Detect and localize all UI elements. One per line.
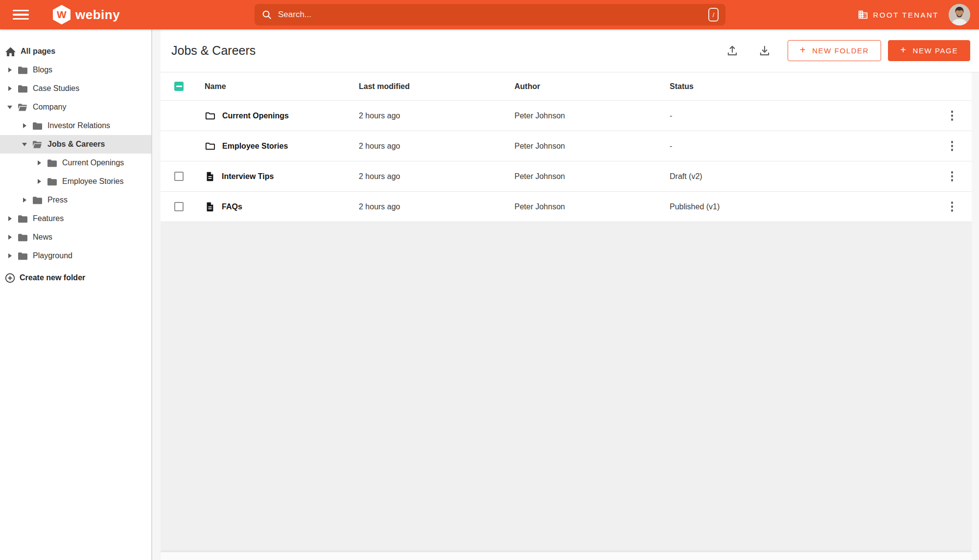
chevron-right-icon[interactable]: [7, 216, 13, 222]
pages-table: Name Last modified Author Status: [161, 72, 972, 222]
list-footer-bar: [161, 552, 972, 560]
row-name: Interview Tips: [222, 172, 274, 181]
row-actions-kebab-icon[interactable]: [948, 199, 956, 215]
folder-open-icon: [18, 103, 27, 112]
tenant-selector[interactable]: ROOT TENANT: [858, 9, 939, 20]
tree-item-employee-stories[interactable]: Employee Stories: [0, 172, 151, 191]
chevron-right-icon[interactable]: [7, 67, 13, 73]
header-actions: + NEW FOLDER + NEW PAGE: [723, 40, 970, 61]
folder-icon: [18, 66, 27, 74]
main-content: Jobs & Careers + NEW FOLDER: [161, 29, 979, 560]
tree-item-jobs-careers[interactable]: Jobs & Careers: [0, 135, 151, 154]
chevron-right-icon[interactable]: [22, 123, 28, 129]
row-checkbox[interactable]: [174, 202, 184, 211]
row-name: Current Openings: [222, 112, 289, 120]
row-modified: 2 hours ago: [359, 202, 514, 211]
row-actions-kebab-icon[interactable]: [948, 138, 956, 154]
chevron-down-icon[interactable]: [22, 141, 28, 147]
folder-tree-sidebar: All pages Blogs Case Studies Company: [0, 29, 152, 560]
new-page-button[interactable]: + NEW PAGE: [888, 40, 970, 61]
export-pages-button[interactable]: [723, 42, 742, 60]
row-status: -: [670, 142, 932, 151]
row-actions-kebab-icon[interactable]: [948, 168, 956, 184]
app-body: All pages Blogs Case Studies Company: [0, 29, 979, 560]
tree-item-label: Features: [33, 214, 64, 223]
folder-icon: [18, 252, 27, 260]
list-scrollbar-gutter[interactable]: [972, 72, 979, 560]
tree-item-current-openings[interactable]: Current Openings: [0, 154, 151, 172]
column-header-author: Author: [514, 82, 670, 91]
webiny-wordmark: webiny: [75, 7, 120, 22]
row-author: Peter Johnson: [514, 202, 670, 211]
row-author: Peter Johnson: [514, 142, 670, 151]
plus-icon: +: [800, 45, 806, 56]
table-row-current-openings[interactable]: Current Openings 2 hours ago Peter Johns…: [161, 101, 972, 131]
column-header-status: Status: [670, 82, 932, 91]
chevron-right-icon[interactable]: [7, 86, 13, 91]
chevron-right-icon[interactable]: [37, 179, 43, 184]
tree-item-label: News: [33, 233, 52, 242]
row-status: -: [670, 112, 932, 120]
building-icon: [858, 9, 868, 20]
chevron-right-icon[interactable]: [22, 197, 28, 203]
search-input[interactable]: [278, 10, 708, 20]
tree-item-label: Company: [33, 103, 66, 112]
folder-icon: [47, 178, 57, 186]
tree-item-company[interactable]: Company: [0, 98, 151, 116]
user-avatar[interactable]: [949, 4, 970, 25]
chevron-down-icon[interactable]: [7, 104, 13, 110]
chevron-right-icon[interactable]: [7, 253, 13, 259]
folder-icon: [47, 159, 57, 167]
page-title: Jobs & Careers: [171, 44, 723, 58]
topbar-right: ROOT TENANT: [858, 0, 970, 29]
row-checkbox[interactable]: [174, 172, 184, 181]
tree-item-blogs[interactable]: Blogs: [0, 61, 151, 79]
chevron-right-icon[interactable]: [37, 160, 43, 166]
tree-item-label: Press: [47, 196, 68, 204]
folder-open-icon: [32, 140, 42, 149]
folder-icon: [18, 233, 27, 242]
download-icon: [758, 45, 771, 57]
import-pages-button[interactable]: [755, 42, 774, 60]
global-search[interactable]: /: [255, 4, 725, 25]
select-all-checkbox[interactable]: [174, 82, 184, 91]
tree-item-news[interactable]: News: [0, 228, 151, 246]
table-row-faqs[interactable]: FAQs 2 hours ago Peter Johnson Published…: [161, 192, 972, 222]
hamburger-menu-icon[interactable]: [13, 8, 29, 22]
tree-item-case-studies[interactable]: Case Studies: [0, 79, 151, 98]
tree-item-investor-relations[interactable]: Investor Relations: [0, 116, 151, 135]
chevron-right-icon[interactable]: [7, 234, 13, 240]
tree-item-label: Employee Stories: [62, 177, 123, 186]
new-page-label: NEW PAGE: [912, 46, 958, 55]
tenant-label: ROOT TENANT: [873, 11, 939, 19]
row-author: Peter Johnson: [514, 172, 670, 181]
table-header-row: Name Last modified Author Status: [161, 72, 972, 101]
tree-item-all-pages[interactable]: All pages: [0, 42, 151, 61]
row-actions-kebab-icon[interactable]: [948, 108, 956, 124]
tree-item-label: Blogs: [33, 66, 52, 74]
page-document-icon: [205, 171, 215, 182]
search-icon: [261, 9, 272, 20]
new-folder-button[interactable]: + NEW FOLDER: [788, 40, 881, 61]
sidebar-scroll-gutter[interactable]: [152, 29, 161, 560]
row-name: Employee Stories: [222, 142, 288, 151]
list-zone: Name Last modified Author Status: [161, 72, 979, 560]
home-icon: [5, 46, 16, 57]
webiny-logo: W webiny: [53, 5, 120, 24]
table-row-interview-tips[interactable]: Interview Tips 2 hours ago Peter Johnson…: [161, 161, 972, 192]
page-document-icon: [205, 202, 215, 212]
plus-icon: +: [900, 45, 907, 56]
tree-item-label: Case Studies: [33, 84, 79, 93]
tree-item-playground[interactable]: Playground: [0, 246, 151, 265]
tree-item-press[interactable]: Press: [0, 191, 151, 209]
row-status: Draft (v2): [670, 172, 932, 181]
row-modified: 2 hours ago: [359, 112, 514, 120]
table-row-employee-stories[interactable]: Employee Stories 2 hours ago Peter Johns…: [161, 131, 972, 161]
webiny-hexagon-icon: W: [53, 5, 70, 24]
row-status: Published (v1): [670, 202, 932, 211]
tree-item-label: Jobs & Careers: [47, 140, 105, 149]
tree-item-features[interactable]: Features: [0, 209, 151, 228]
page-header: Jobs & Careers + NEW FOLDER: [161, 29, 979, 72]
create-new-folder-button[interactable]: Create new folder: [0, 269, 85, 287]
tree-item-label: All pages: [21, 47, 55, 56]
